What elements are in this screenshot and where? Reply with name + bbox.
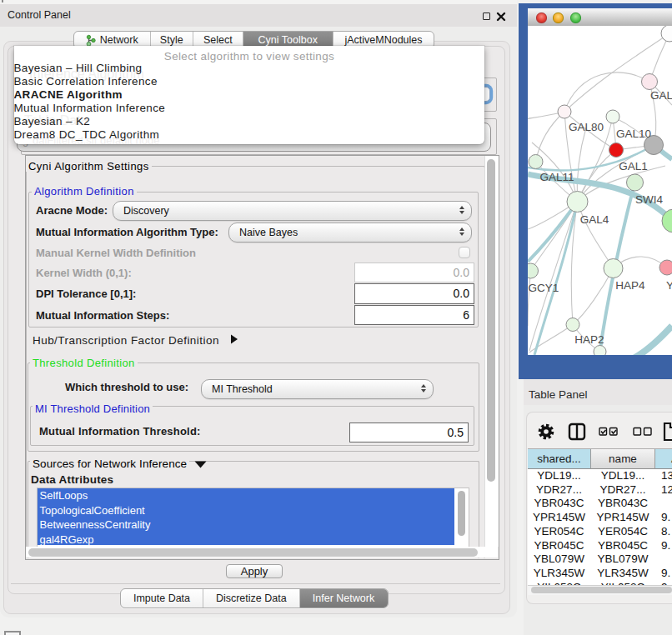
svg-text:GCY1: GCY1 [529,282,559,294]
svg-text:GAL4: GAL4 [580,213,609,226]
svg-text:SWI4: SWI4 [635,193,663,206]
svg-text:GAL11: GAL11 [539,171,574,183]
svg-text:GAL7: GAL7 [650,89,672,102]
svg-text:GAL10: GAL10 [616,128,651,140]
svg-text:Y: Y [666,279,672,292]
svg-text:GAL1: GAL1 [619,160,648,172]
svg-text:GAL80: GAL80 [569,121,604,133]
svg-text:HAP4: HAP4 [615,279,645,292]
svg-text:HAP2: HAP2 [574,333,604,346]
